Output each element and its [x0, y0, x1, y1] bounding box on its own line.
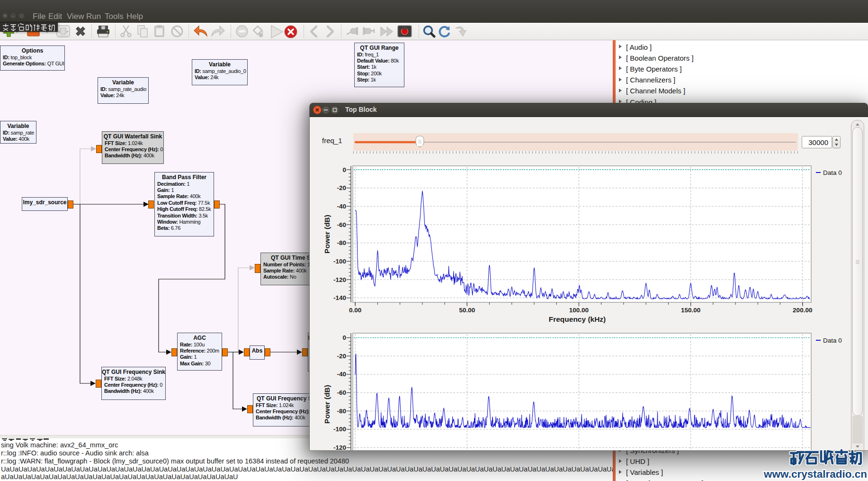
svg-text:50.00: 50.00	[459, 307, 475, 314]
svg-text:Power (dB): Power (dB)	[323, 385, 331, 424]
svg-text:-120: -120	[333, 444, 346, 451]
svg-text:-40: -40	[337, 371, 346, 378]
svg-text:-20: -20	[337, 184, 346, 191]
svg-text:www.crystalradio.cn: www.crystalradio.cn	[763, 468, 867, 480]
svg-text:Data 0: Data 0	[823, 337, 842, 344]
svg-text:-80: -80	[337, 408, 346, 415]
svg-text:0: 0	[342, 334, 346, 341]
svg-text:150.00: 150.00	[681, 307, 700, 314]
svg-text:-100: -100	[333, 258, 346, 265]
svg-text:-40: -40	[337, 203, 346, 210]
svg-text:Power (dB): Power (dB)	[323, 215, 331, 254]
svg-text:-20: -20	[337, 353, 346, 360]
svg-text:0.00: 0.00	[349, 307, 361, 314]
svg-text:-60: -60	[337, 389, 346, 396]
svg-text:-100: -100	[333, 426, 346, 433]
svg-text:-80: -80	[337, 239, 346, 246]
svg-text:-60: -60	[337, 221, 346, 228]
svg-text:0: 0	[342, 166, 346, 173]
svg-text:200.00: 200.00	[793, 307, 812, 314]
svg-text:Frequency (kHz): Frequency (kHz)	[549, 315, 606, 323]
svg-text:Data 0: Data 0	[823, 169, 842, 176]
svg-text:-120: -120	[333, 276, 346, 283]
svg-text:-140: -140	[333, 294, 346, 301]
svg-text:100.00: 100.00	[569, 307, 589, 314]
